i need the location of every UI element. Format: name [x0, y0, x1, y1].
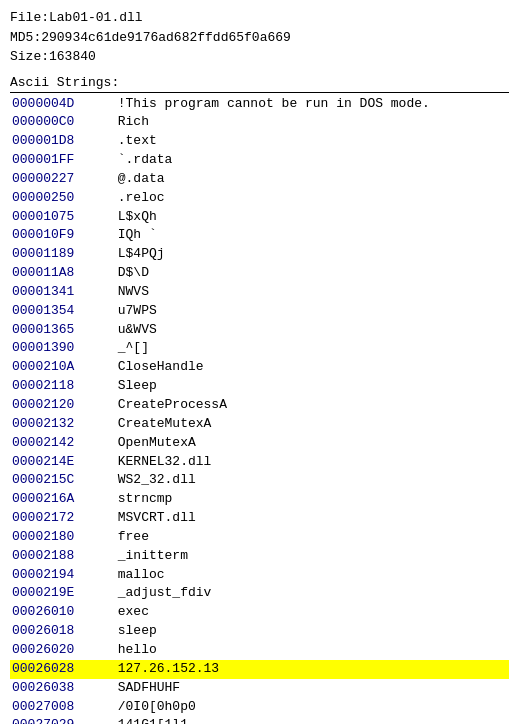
table-row: 0000216Astrncmp — [10, 490, 509, 509]
string-address: 000001FF — [10, 151, 116, 170]
string-value: Sleep — [116, 377, 509, 396]
string-address: 00001341 — [10, 283, 116, 302]
table-row: 00001189L$4PQj — [10, 245, 509, 264]
table-row: 00027029141G1[1l1 — [10, 716, 509, 724]
string-address: 00002188 — [10, 547, 116, 566]
md5-line: MD5:290934c61de9176ad682ffdd65f0a669 — [10, 28, 509, 48]
string-value: sleep — [116, 622, 509, 641]
string-address: 00000250 — [10, 189, 116, 208]
string-address: 000000C0 — [10, 113, 116, 132]
string-value: hello — [116, 641, 509, 660]
string-value: /0I0[0h0p0 — [116, 698, 509, 717]
string-address: 000001D8 — [10, 132, 116, 151]
table-row: 00001354u7WPS — [10, 302, 509, 321]
string-address: 00026020 — [10, 641, 116, 660]
string-address: 00002132 — [10, 415, 116, 434]
size-value: 163840 — [49, 49, 96, 64]
table-row: 000001FF`.rdata — [10, 151, 509, 170]
table-row: 00026028127.26.152.13 — [10, 660, 509, 679]
string-address: 00027008 — [10, 698, 116, 717]
table-row: 00026010exec — [10, 603, 509, 622]
string-value: SADFHUHF — [116, 679, 509, 698]
table-row: 00002118Sleep — [10, 377, 509, 396]
string-value: KERNEL32.dll — [116, 453, 509, 472]
string-address: 00027029 — [10, 716, 116, 724]
string-value: .text — [116, 132, 509, 151]
string-value: IQh ` — [116, 226, 509, 245]
table-row: 00001075L$xQh — [10, 208, 509, 227]
string-address: 00001075 — [10, 208, 116, 227]
string-address: 00002172 — [10, 509, 116, 528]
string-value: NWVS — [116, 283, 509, 302]
table-row: 00002194malloc — [10, 566, 509, 585]
string-value: _^[] — [116, 339, 509, 358]
string-value: CreateProcessA — [116, 396, 509, 415]
string-address: 000010F9 — [10, 226, 116, 245]
size-label: Size: — [10, 49, 49, 64]
string-value: _initterm — [116, 547, 509, 566]
table-row: 00027008/0I0[0h0p0 — [10, 698, 509, 717]
string-address: 00026018 — [10, 622, 116, 641]
string-address: 0000214E — [10, 453, 116, 472]
string-address: 0000004D — [10, 95, 116, 114]
string-value: !This program cannot be run in DOS mode. — [116, 95, 509, 114]
table-row: 000001D8.text — [10, 132, 509, 151]
string-value: free — [116, 528, 509, 547]
string-value: L$xQh — [116, 208, 509, 227]
table-row: 0000210ACloseHandle — [10, 358, 509, 377]
strings-table: 0000004D!This program cannot be run in D… — [10, 95, 509, 725]
string-address: 00026010 — [10, 603, 116, 622]
size-line: Size:163840 — [10, 47, 509, 67]
string-address: 00001390 — [10, 339, 116, 358]
table-row: 00002132CreateMutexA — [10, 415, 509, 434]
string-address: 000011A8 — [10, 264, 116, 283]
string-address: 00002194 — [10, 566, 116, 585]
string-address: 00000227 — [10, 170, 116, 189]
divider — [10, 92, 509, 93]
string-address: 00026028 — [10, 660, 116, 679]
string-value: exec — [116, 603, 509, 622]
string-value: @.data — [116, 170, 509, 189]
table-row: 00000227@.data — [10, 170, 509, 189]
string-value: u&WVS — [116, 321, 509, 340]
table-row: 00002120CreateProcessA — [10, 396, 509, 415]
string-address: 00002120 — [10, 396, 116, 415]
string-value: `.rdata — [116, 151, 509, 170]
table-row: 00026038SADFHUHF — [10, 679, 509, 698]
string-value: 127.26.152.13 — [116, 660, 509, 679]
table-row: 00026018sleep — [10, 622, 509, 641]
table-row: 00002180free — [10, 528, 509, 547]
string-value: strncmp — [116, 490, 509, 509]
string-value: .reloc — [116, 189, 509, 208]
table-row: 0000214EKERNEL32.dll — [10, 453, 509, 472]
table-row: 0000004D!This program cannot be run in D… — [10, 95, 509, 114]
table-row: 00001365u&WVS — [10, 321, 509, 340]
table-row: 000010F9IQh ` — [10, 226, 509, 245]
table-row: 00001390_^[] — [10, 339, 509, 358]
md5-value: 290934c61de9176ad682ffdd65f0a669 — [41, 30, 291, 45]
table-row: 00026020hello — [10, 641, 509, 660]
string-value: MSVCRT.dll — [116, 509, 509, 528]
string-address: 00002142 — [10, 434, 116, 453]
string-address: 0000210A — [10, 358, 116, 377]
table-row: 00002172MSVCRT.dll — [10, 509, 509, 528]
string-value: _adjust_fdiv — [116, 584, 509, 603]
section-title: Ascii Strings: — [10, 75, 509, 90]
table-row: 000000C0Rich — [10, 113, 509, 132]
string-address: 0000215C — [10, 471, 116, 490]
table-row: 00002142OpenMutexA — [10, 434, 509, 453]
string-address: 00002180 — [10, 528, 116, 547]
string-value: CloseHandle — [116, 358, 509, 377]
string-address: 00026038 — [10, 679, 116, 698]
string-value: CreateMutexA — [116, 415, 509, 434]
string-address: 00002118 — [10, 377, 116, 396]
string-value: L$4PQj — [116, 245, 509, 264]
table-row: 000011A8D$\D — [10, 264, 509, 283]
table-row: 0000219E_adjust_fdiv — [10, 584, 509, 603]
file-line: File:Lab01-01.dll — [10, 8, 509, 28]
string-value: D$\D — [116, 264, 509, 283]
string-address: 00001354 — [10, 302, 116, 321]
string-address: 0000216A — [10, 490, 116, 509]
string-address: 00001189 — [10, 245, 116, 264]
string-address: 0000219E — [10, 584, 116, 603]
